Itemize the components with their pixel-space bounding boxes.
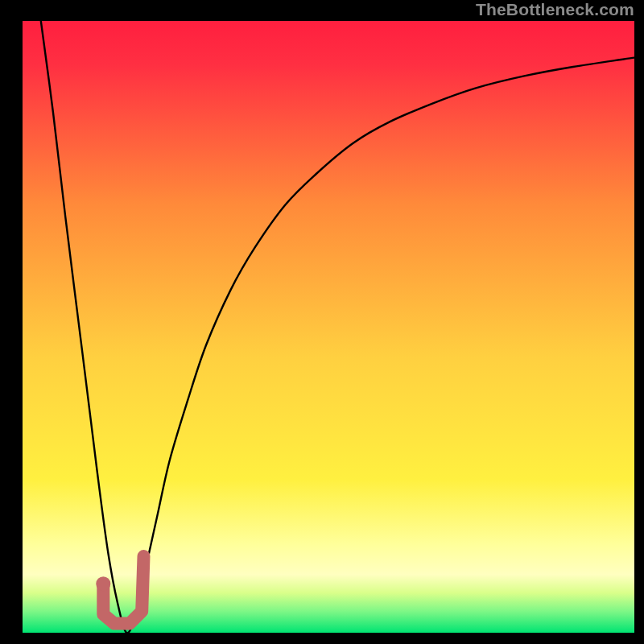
- gradient-background: [23, 21, 634, 633]
- bottleneck-chart: [23, 21, 634, 633]
- chart-frame: TheBottleneck.com: [0, 0, 644, 644]
- watermark-text: TheBottleneck.com: [476, 0, 634, 19]
- j-marker-dot: [96, 576, 110, 591]
